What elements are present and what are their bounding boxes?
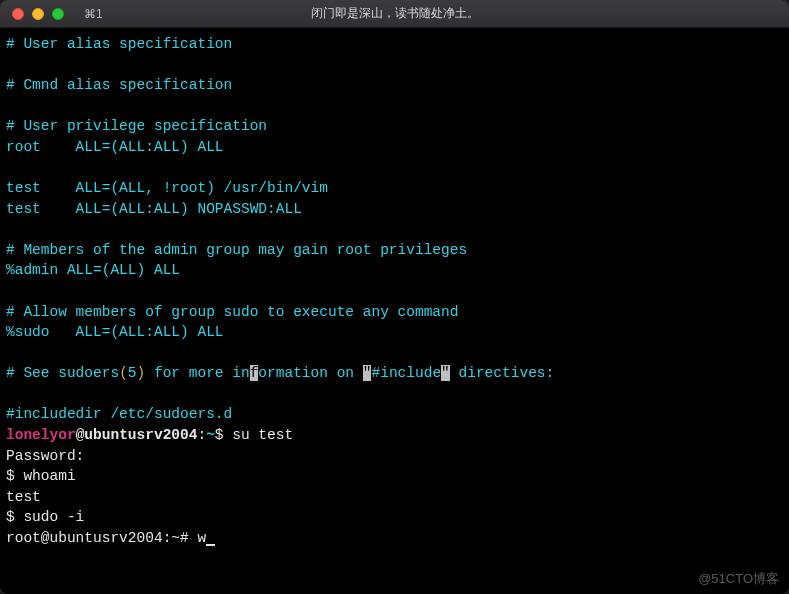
command-output: test (6, 489, 41, 505)
shell-prompt-line: $ whoami (6, 468, 76, 484)
sudoers-line: %admin ALL=(ALL) ALL (6, 262, 180, 278)
terminal-content[interactable]: # User alias specification # Cmnd alias … (0, 28, 789, 594)
sudoers-line: # Allow members of group sudo to execute… (6, 304, 458, 320)
sudoers-line: test ALL=(ALL, !root) /usr/bin/vim (6, 180, 328, 196)
close-icon[interactable] (12, 8, 24, 20)
sudoers-line: #includedir /etc/sudoers.d (6, 406, 232, 422)
cursor-icon (206, 531, 215, 546)
zoom-icon[interactable] (52, 8, 64, 20)
sudoers-line: %sudo ALL=(ALL:ALL) ALL (6, 324, 224, 340)
sudoers-line: root ALL=(ALL:ALL) ALL (6, 139, 224, 155)
sudoers-line: # User alias specification (6, 36, 232, 52)
sudoers-line: # Members of the admin group may gain ro… (6, 242, 467, 258)
titlebar: ⌘1 闭门即是深山，读书随处净土。 (0, 0, 789, 28)
minimize-icon[interactable] (32, 8, 44, 20)
password-prompt: Password: (6, 448, 84, 464)
terminal-window: ⌘1 闭门即是深山，读书随处净土。 # User alias specifica… (0, 0, 789, 594)
root-prompt-line: root@ubuntusrv2004:~# w (6, 530, 215, 546)
tab-label: ⌘1 (84, 7, 103, 21)
traffic-lights (0, 8, 64, 20)
sudoers-line: # User privilege specification (6, 118, 267, 134)
shell-prompt-line: $ sudo -i (6, 509, 84, 525)
shell-prompt-line: lonelyor@ubuntusrv2004:~$ su test (6, 427, 293, 443)
sudoers-line: # Cmnd alias specification (6, 77, 232, 93)
sudoers-line: test ALL=(ALL:ALL) NOPASSWD:ALL (6, 201, 302, 217)
sudoers-line: # See sudoers(5) for more information on… (6, 365, 554, 381)
window-title: 闭门即是深山，读书随处净土。 (0, 5, 789, 22)
